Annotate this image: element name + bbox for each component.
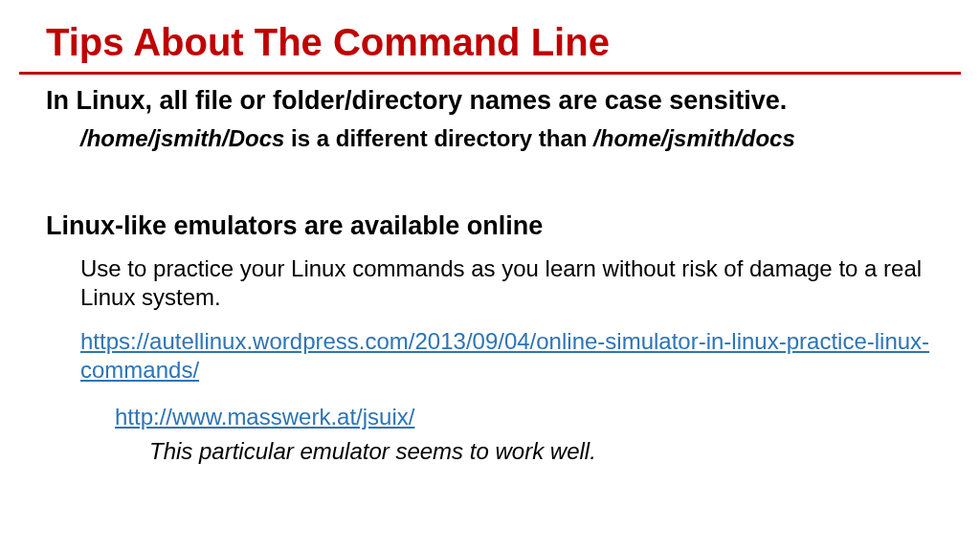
slide-title: Tips About The Command Line	[0, 0, 980, 70]
path-docs-upper: /home/jsmith/Docs	[80, 125, 284, 151]
between-text: is a different directory than	[284, 125, 593, 151]
link-autellinux-wrapper: https://autellinux.wordpress.com/2013/09…	[80, 327, 934, 385]
emulator-note: This particular emulator seems to work w…	[149, 438, 934, 465]
path-docs-lower: /home/jsmith/docs	[593, 125, 795, 151]
section2-heading: Linux-like emulators are available onlin…	[46, 211, 934, 241]
link-autellinux[interactable]: https://autellinux.wordpress.com/2013/09…	[80, 328, 929, 383]
section2-body: Use to practice your Linux commands as y…	[80, 254, 934, 312]
link-masswerk-wrapper: http://www.masswerk.at/jsuix/	[115, 404, 934, 430]
link-masswerk[interactable]: http://www.masswerk.at/jsuix/	[115, 404, 414, 430]
section1-heading: In Linux, all file or folder/directory n…	[46, 86, 934, 116]
slide-content: In Linux, all file or folder/directory n…	[0, 75, 980, 465]
section1-example: /home/jsmith/Docs is a different directo…	[80, 125, 934, 152]
